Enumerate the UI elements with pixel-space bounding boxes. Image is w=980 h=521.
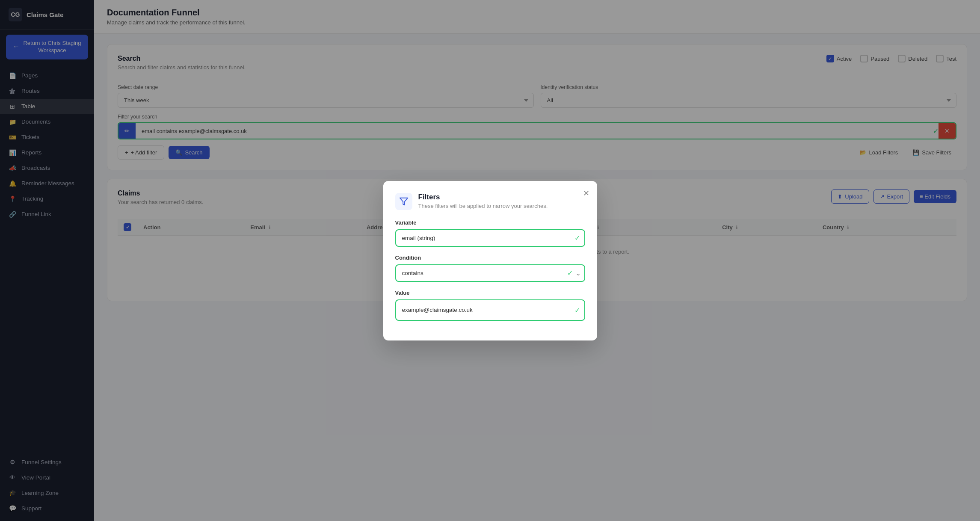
condition-label: Condition <box>395 255 585 261</box>
value-check-icon: ✓ <box>574 306 580 314</box>
modal-subtitle: These filters will be applied to narrow … <box>418 203 548 209</box>
modal-close-button[interactable]: ✕ <box>583 189 589 198</box>
value-input[interactable] <box>395 299 585 321</box>
svg-marker-0 <box>400 198 407 205</box>
value-label: Value <box>395 290 585 296</box>
modal-header: Filters These filters will be applied to… <box>395 193 585 210</box>
filter-modal-icon <box>395 193 412 210</box>
value-field: Value ✓ <box>395 290 585 321</box>
variable-label: Variable <box>395 219 585 226</box>
variable-check-icon: ✓ <box>574 234 580 242</box>
modal-title: Filters <box>418 193 548 201</box>
modal-title-area: Filters These filters will be applied to… <box>418 193 548 209</box>
filters-modal: Filters These filters will be applied to… <box>383 181 597 340</box>
condition-select[interactable]: contains equals starts with ends with is… <box>395 264 585 282</box>
modal-overlay[interactable]: Filters These filters will be applied to… <box>0 0 980 521</box>
variable-input-wrapper: ✓ <box>395 229 585 247</box>
variable-field: Variable ✓ <box>395 219 585 247</box>
condition-select-wrapper: contains equals starts with ends with is… <box>395 264 585 282</box>
value-input-wrapper: ✓ <box>395 299 585 321</box>
variable-input[interactable] <box>395 229 585 247</box>
condition-field: Condition contains equals starts with en… <box>395 255 585 282</box>
